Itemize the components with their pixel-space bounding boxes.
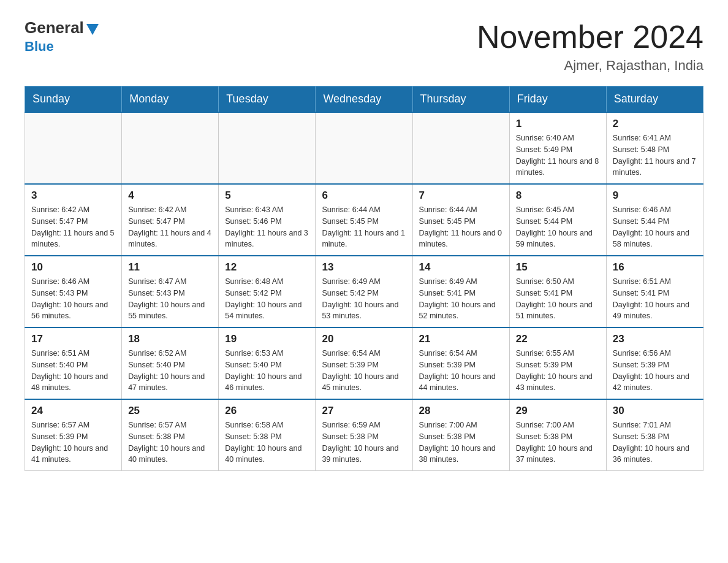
- weekday-header-saturday: Saturday: [606, 86, 703, 113]
- day-number: 5: [225, 190, 309, 202]
- calendar-cell: 3Sunrise: 6:42 AM Sunset: 5:47 PM Daylig…: [25, 184, 122, 256]
- calendar-cell: 27Sunrise: 6:59 AM Sunset: 5:38 PM Dayli…: [316, 399, 412, 471]
- day-number: 9: [613, 190, 697, 202]
- calendar-cell: [219, 112, 316, 184]
- calendar-cell: 17Sunrise: 6:51 AM Sunset: 5:40 PM Dayli…: [25, 327, 122, 399]
- calendar-cell: 21Sunrise: 6:54 AM Sunset: 5:39 PM Dayli…: [412, 327, 509, 399]
- day-info: Sunrise: 7:00 AM Sunset: 5:38 PM Dayligh…: [419, 419, 503, 465]
- day-number: 20: [322, 333, 406, 345]
- calendar-cell: 26Sunrise: 6:58 AM Sunset: 5:38 PM Dayli…: [219, 399, 316, 471]
- calendar-cell: 28Sunrise: 7:00 AM Sunset: 5:38 PM Dayli…: [412, 399, 509, 471]
- weekday-header-wednesday: Wednesday: [316, 86, 412, 113]
- day-number: 14: [419, 261, 503, 274]
- logo-text: General: [25, 18, 99, 37]
- location-title: Ajmer, Rajasthan, India: [477, 58, 703, 74]
- day-number: 13: [322, 261, 406, 274]
- day-info: Sunrise: 6:40 AM Sunset: 5:49 PM Dayligh…: [516, 132, 600, 178]
- calendar-table: SundayMondayTuesdayWednesdayThursdayFrid…: [25, 86, 703, 471]
- day-info: Sunrise: 6:54 AM Sunset: 5:39 PM Dayligh…: [322, 348, 406, 394]
- calendar-cell: 14Sunrise: 6:49 AM Sunset: 5:41 PM Dayli…: [412, 256, 509, 327]
- day-info: Sunrise: 6:41 AM Sunset: 5:48 PM Dayligh…: [613, 132, 697, 178]
- day-number: 28: [419, 405, 503, 417]
- calendar-cell: 22Sunrise: 6:55 AM Sunset: 5:39 PM Dayli…: [509, 327, 606, 399]
- week-row-2: 3Sunrise: 6:42 AM Sunset: 5:47 PM Daylig…: [25, 184, 703, 256]
- weekday-header-thursday: Thursday: [412, 86, 509, 113]
- calendar-cell: 16Sunrise: 6:51 AM Sunset: 5:41 PM Dayli…: [606, 256, 703, 327]
- calendar-cell: [122, 112, 219, 184]
- day-info: Sunrise: 6:42 AM Sunset: 5:47 PM Dayligh…: [31, 204, 115, 250]
- calendar-cell: 18Sunrise: 6:52 AM Sunset: 5:40 PM Dayli…: [122, 327, 219, 399]
- day-number: 23: [613, 333, 697, 345]
- day-number: 3: [31, 190, 115, 202]
- day-number: 6: [322, 190, 406, 202]
- calendar-cell: 29Sunrise: 7:00 AM Sunset: 5:38 PM Dayli…: [509, 399, 606, 471]
- calendar-cell: 12Sunrise: 6:48 AM Sunset: 5:42 PM Dayli…: [219, 256, 316, 327]
- logo: General Blue: [25, 18, 99, 55]
- calendar-cell: 13Sunrise: 6:49 AM Sunset: 5:42 PM Dayli…: [316, 256, 412, 327]
- day-number: 26: [225, 405, 309, 417]
- day-number: 30: [613, 405, 697, 417]
- week-row-3: 10Sunrise: 6:46 AM Sunset: 5:43 PM Dayli…: [25, 256, 703, 327]
- calendar-cell: 11Sunrise: 6:47 AM Sunset: 5:43 PM Dayli…: [122, 256, 219, 327]
- day-number: 12: [225, 261, 309, 274]
- calendar-cell: 9Sunrise: 6:46 AM Sunset: 5:44 PM Daylig…: [606, 184, 703, 256]
- day-number: 21: [419, 333, 503, 345]
- day-number: 4: [128, 190, 212, 202]
- day-info: Sunrise: 6:56 AM Sunset: 5:39 PM Dayligh…: [613, 348, 697, 394]
- day-info: Sunrise: 6:44 AM Sunset: 5:45 PM Dayligh…: [419, 204, 503, 250]
- day-info: Sunrise: 6:46 AM Sunset: 5:43 PM Dayligh…: [31, 276, 115, 322]
- calendar-cell: 7Sunrise: 6:44 AM Sunset: 5:45 PM Daylig…: [412, 184, 509, 256]
- logo-blue: Blue: [25, 39, 54, 55]
- day-info: Sunrise: 6:51 AM Sunset: 5:41 PM Dayligh…: [613, 276, 697, 322]
- calendar-cell: 5Sunrise: 6:43 AM Sunset: 5:46 PM Daylig…: [219, 184, 316, 256]
- day-number: 29: [516, 405, 600, 417]
- month-title: November 2024: [477, 18, 703, 55]
- day-info: Sunrise: 6:48 AM Sunset: 5:42 PM Dayligh…: [225, 276, 309, 322]
- weekday-header-monday: Monday: [122, 86, 219, 113]
- day-number: 25: [128, 405, 212, 417]
- day-number: 2: [613, 118, 697, 130]
- day-info: Sunrise: 6:59 AM Sunset: 5:38 PM Dayligh…: [322, 419, 406, 465]
- day-number: 16: [613, 261, 697, 274]
- day-number: 8: [516, 190, 600, 202]
- calendar-cell: 4Sunrise: 6:42 AM Sunset: 5:47 PM Daylig…: [122, 184, 219, 256]
- day-number: 27: [322, 405, 406, 417]
- calendar-cell: [316, 112, 412, 184]
- day-number: 17: [31, 333, 115, 345]
- day-info: Sunrise: 6:54 AM Sunset: 5:39 PM Dayligh…: [419, 348, 503, 394]
- day-number: 19: [225, 333, 309, 345]
- day-info: Sunrise: 7:00 AM Sunset: 5:38 PM Dayligh…: [516, 419, 600, 465]
- calendar-header-row: SundayMondayTuesdayWednesdayThursdayFrid…: [25, 86, 703, 113]
- day-info: Sunrise: 6:49 AM Sunset: 5:41 PM Dayligh…: [419, 276, 503, 322]
- calendar-cell: 30Sunrise: 7:01 AM Sunset: 5:38 PM Dayli…: [606, 399, 703, 471]
- calendar-cell: 15Sunrise: 6:50 AM Sunset: 5:41 PM Dayli…: [509, 256, 606, 327]
- day-info: Sunrise: 6:53 AM Sunset: 5:40 PM Dayligh…: [225, 348, 309, 394]
- day-number: 24: [31, 405, 115, 417]
- day-info: Sunrise: 6:42 AM Sunset: 5:47 PM Dayligh…: [128, 204, 212, 250]
- day-info: Sunrise: 6:55 AM Sunset: 5:39 PM Dayligh…: [516, 348, 600, 394]
- day-number: 11: [128, 261, 212, 274]
- day-info: Sunrise: 6:57 AM Sunset: 5:38 PM Dayligh…: [128, 419, 212, 465]
- week-row-5: 24Sunrise: 6:57 AM Sunset: 5:39 PM Dayli…: [25, 399, 703, 471]
- day-info: Sunrise: 6:57 AM Sunset: 5:39 PM Dayligh…: [31, 419, 115, 465]
- logo-general: General: [25, 18, 84, 37]
- day-number: 10: [31, 261, 115, 274]
- day-info: Sunrise: 6:43 AM Sunset: 5:46 PM Dayligh…: [225, 204, 309, 250]
- day-info: Sunrise: 6:58 AM Sunset: 5:38 PM Dayligh…: [225, 419, 309, 465]
- calendar-cell: 20Sunrise: 6:54 AM Sunset: 5:39 PM Dayli…: [316, 327, 412, 399]
- calendar-cell: 23Sunrise: 6:56 AM Sunset: 5:39 PM Dayli…: [606, 327, 703, 399]
- day-number: 22: [516, 333, 600, 345]
- calendar-cell: 8Sunrise: 6:45 AM Sunset: 5:44 PM Daylig…: [509, 184, 606, 256]
- day-info: Sunrise: 7:01 AM Sunset: 5:38 PM Dayligh…: [613, 419, 697, 465]
- page-header: General Blue November 2024 Ajmer, Rajast…: [25, 18, 703, 74]
- week-row-4: 17Sunrise: 6:51 AM Sunset: 5:40 PM Dayli…: [25, 327, 703, 399]
- day-info: Sunrise: 6:49 AM Sunset: 5:42 PM Dayligh…: [322, 276, 406, 322]
- title-block: November 2024 Ajmer, Rajasthan, India: [477, 18, 703, 74]
- day-info: Sunrise: 6:47 AM Sunset: 5:43 PM Dayligh…: [128, 276, 212, 322]
- day-number: 18: [128, 333, 212, 345]
- day-number: 1: [516, 118, 600, 130]
- day-info: Sunrise: 6:50 AM Sunset: 5:41 PM Dayligh…: [516, 276, 600, 322]
- day-number: 15: [516, 261, 600, 274]
- week-row-1: 1Sunrise: 6:40 AM Sunset: 5:49 PM Daylig…: [25, 112, 703, 184]
- calendar-cell: 1Sunrise: 6:40 AM Sunset: 5:49 PM Daylig…: [509, 112, 606, 184]
